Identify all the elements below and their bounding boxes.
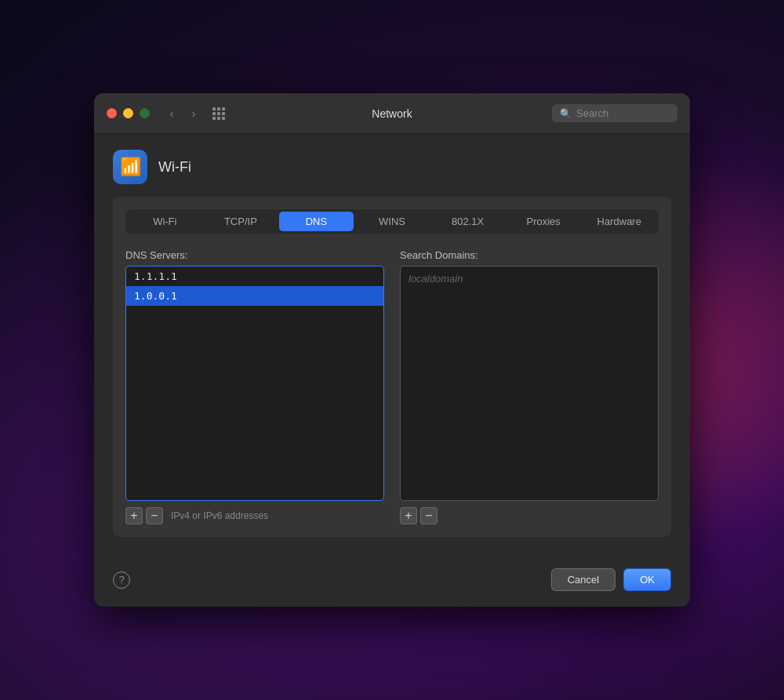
search-domains-label: Search Domains: <box>400 249 659 261</box>
dns-entry-1[interactable]: 1.1.1.1 <box>126 267 383 286</box>
back-button[interactable]: ‹ <box>162 106 181 122</box>
maximize-button[interactable] <box>140 108 150 118</box>
tab-dns[interactable]: DNS <box>279 212 354 231</box>
wifi-icon-container: 📶 <box>113 150 147 184</box>
traffic-lights <box>107 108 150 118</box>
search-icon: 🔍 <box>560 108 572 119</box>
search-domains-placeholder: localdomain <box>401 267 658 291</box>
forward-button[interactable]: › <box>184 106 203 122</box>
grid-icon[interactable] <box>212 107 225 120</box>
domains-remove-button[interactable]: − <box>420 507 437 524</box>
help-button[interactable]: ? <box>113 571 130 589</box>
search-domains-controls: + − <box>400 507 659 524</box>
cancel-button[interactable]: Cancel <box>551 568 615 591</box>
wifi-title: Wi-Fi <box>158 159 191 176</box>
dns-servers-list[interactable]: 1.1.1.1 1.0.0.1 <box>125 266 384 501</box>
minimize-button[interactable] <box>123 108 133 118</box>
dns-add-button[interactable]: + <box>125 507 143 524</box>
titlebar: ‹ › Network 🔍 Search <box>94 93 690 134</box>
dns-entry-2[interactable]: 1.0.0.1 <box>126 286 383 306</box>
window-title: Network <box>372 107 412 120</box>
action-buttons: Cancel OK <box>551 568 671 591</box>
dns-remove-button[interactable]: − <box>146 507 163 524</box>
dns-servers-column: DNS Servers: 1.1.1.1 1.0.0.1 + − IPv4 or… <box>125 249 384 524</box>
search-domains-column: Search Domains: localdomain + − <box>400 249 659 524</box>
tab-wins[interactable]: WINS <box>355 212 430 231</box>
dns-servers-label: DNS Servers: <box>125 249 384 261</box>
tab-wifi[interactable]: Wi-Fi <box>128 212 202 231</box>
content-area: 📶 Wi-Fi Wi-Fi TCP/IP DNS WINS 802.1X Pro… <box>94 134 690 556</box>
tab-hardware[interactable]: Hardware <box>582 212 656 231</box>
ok-button[interactable]: OK <box>623 568 671 591</box>
tabs-row: Wi-Fi TCP/IP DNS WINS 802.1X Proxies Har… <box>125 209 659 234</box>
bottom-bar: ? Cancel OK <box>94 556 690 607</box>
network-window: ‹ › Network 🔍 Search 📶 Wi-Fi <box>94 93 690 607</box>
nav-buttons: ‹ › <box>162 106 203 122</box>
tabs-panel: Wi-Fi TCP/IP DNS WINS 802.1X Proxies Har… <box>113 197 671 537</box>
tab-proxies[interactable]: Proxies <box>506 212 581 231</box>
wifi-header: 📶 Wi-Fi <box>113 150 671 184</box>
tab-8021x[interactable]: 802.1X <box>430 212 505 231</box>
tab-tcpip[interactable]: TCP/IP <box>204 212 278 231</box>
close-button[interactable] <box>107 108 117 118</box>
domains-add-button[interactable]: + <box>400 507 417 524</box>
dns-servers-controls: + − IPv4 or IPv6 addresses <box>125 507 384 524</box>
search-placeholder: Search <box>576 107 608 119</box>
dns-hint: IPv4 or IPv6 addresses <box>171 510 268 521</box>
search-domains-list[interactable]: localdomain <box>400 266 659 501</box>
dns-content: DNS Servers: 1.1.1.1 1.0.0.1 + − IPv4 or… <box>125 249 659 524</box>
search-box[interactable]: 🔍 Search <box>552 104 677 122</box>
wifi-icon: 📶 <box>120 157 141 177</box>
